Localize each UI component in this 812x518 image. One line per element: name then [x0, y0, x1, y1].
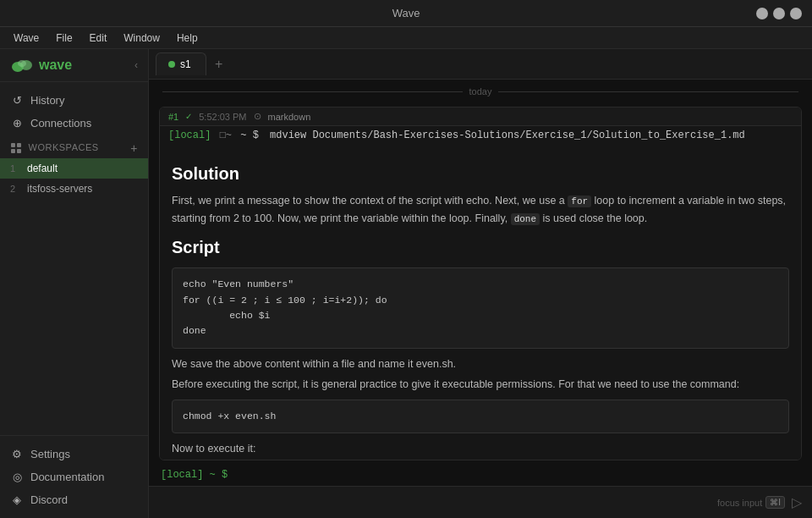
terminal-area[interactable]: today #1 ✓ 5:52:03 PM ⊙ markdown [local]… — [149, 80, 812, 486]
command-text: mdview Documents/Bash-Exercises-Solution… — [270, 130, 745, 141]
workspaces-section-header: Workspaces + — [0, 135, 148, 158]
block-icon: ⊙ — [254, 111, 261, 122]
sidebar-collapse-button[interactable]: ‹ — [134, 59, 138, 71]
tab-bar: s1 + — [149, 49, 812, 80]
code-for: for — [568, 196, 591, 207]
code-block-script: echo "Even numbers" for ((i = 2 ; i ≤ 10… — [172, 267, 789, 349]
focus-text: focus input — [717, 498, 762, 508]
send-button[interactable]: ▷ — [792, 494, 802, 510]
menu-wave[interactable]: Wave — [7, 30, 46, 46]
workspaces-label: Workspaces — [10, 142, 99, 154]
date-divider: today — [162, 80, 798, 103]
main-content: s1 + today #1 ✓ 5:52:03 PM ⊙ markdown [l… — [149, 49, 812, 518]
minimize-button[interactable] — [756, 8, 768, 19]
connections-icon: ⊕ — [10, 117, 24, 130]
md-h2-solution: Solution — [172, 160, 789, 187]
tab-s1[interactable]: s1 — [156, 52, 206, 75]
close-button[interactable] — [790, 8, 802, 19]
sidebar-item-settings[interactable]: ⚙ Settings — [0, 443, 148, 466]
sidebar-item-history-label: History — [30, 94, 64, 107]
logo-area: wave — [10, 58, 72, 73]
workspace-label-default: default — [27, 163, 58, 174]
folder-icon: □~ — [220, 130, 232, 141]
wave-logo-icon — [10, 58, 34, 73]
sidebar-bottom: ⚙ Settings ◎ Documentation ◈ Discord — [0, 435, 148, 518]
sidebar-item-history[interactable]: ↺ History — [0, 89, 148, 112]
sidebar: wave ‹ ↺ History ⊕ Connections — [0, 49, 149, 518]
svg-rect-6 — [17, 149, 21, 153]
menu-edit[interactable]: Edit — [83, 30, 114, 46]
sidebar-item-connections-label: Connections — [30, 117, 91, 130]
workspaces-grid-icon — [10, 142, 22, 154]
tab-s1-label: s1 — [180, 58, 191, 70]
menubar: Wave File Edit Window Help — [0, 27, 812, 49]
terminal-prompt: [local] ~ $ — [161, 469, 228, 481]
workspace-num-1: 1 — [10, 163, 20, 174]
command-prompt: [local] — [168, 130, 211, 141]
menu-file[interactable]: File — [49, 30, 79, 46]
sidebar-nav: ↺ History ⊕ Connections Workspaces + — [0, 82, 148, 435]
tab-add-button[interactable]: + — [206, 53, 231, 75]
block-output: Solution First, we print a message to sh… — [160, 145, 801, 460]
workspace-item-default[interactable]: 1 default — [0, 158, 148, 179]
sidebar-item-connections[interactable]: ⊕ Connections — [0, 112, 148, 135]
workspaces-add-button[interactable]: + — [130, 141, 138, 155]
sidebar-logo: wave ‹ — [0, 49, 148, 82]
input-bar: focus input ⌘I ▷ — [149, 486, 812, 518]
command-block: #1 ✓ 5:52:03 PM ⊙ markdown [local] □~ ~ … — [159, 107, 802, 460]
workspace-item-itsfoss[interactable]: 2 itsfoss-servers — [0, 179, 148, 199]
md-p4: Now to execute it: — [172, 440, 789, 457]
workspace-label-itsfoss: itsfoss-servers — [27, 183, 92, 195]
block-header: #1 ✓ 5:52:03 PM ⊙ markdown — [160, 107, 801, 126]
logo-text: wave — [39, 58, 72, 73]
command-shell: ~ $ — [240, 130, 259, 141]
menu-help[interactable]: Help — [170, 30, 205, 46]
discord-label: Discord — [30, 493, 68, 506]
block-num: #1 — [168, 112, 178, 122]
titlebar-title: Wave — [392, 7, 420, 19]
maximize-button[interactable] — [773, 8, 785, 19]
svg-rect-5 — [11, 149, 15, 153]
date-divider-text: today — [469, 86, 492, 96]
app-body: wave ‹ ↺ History ⊕ Connections — [0, 49, 812, 518]
documentation-icon: ◎ — [10, 471, 24, 483]
titlebar: Wave — [0, 0, 812, 27]
window-controls — [756, 8, 802, 19]
code-done: done — [511, 213, 540, 225]
md-p3: Before executing the script, it is gener… — [172, 376, 789, 393]
block-type: markdown — [268, 112, 311, 122]
discord-icon: ◈ — [10, 493, 24, 506]
md-p1: First, we print a message to show the co… — [172, 192, 789, 227]
terminal-prompt-line: [local] ~ $ — [149, 464, 812, 486]
sidebar-item-discord[interactable]: ◈ Discord — [0, 488, 148, 511]
history-icon: ↺ — [10, 94, 24, 107]
block-status: ✓ — [185, 112, 192, 121]
focus-hint: focus input ⌘I — [717, 496, 785, 509]
md-h2-script: Script — [172, 234, 789, 261]
code-block-chmod: chmod +x even.sh — [172, 400, 789, 433]
settings-icon: ⚙ — [10, 448, 24, 460]
tab-indicator — [168, 61, 175, 68]
workspace-num-2: 2 — [10, 184, 20, 194]
documentation-label: Documentation — [30, 471, 104, 483]
sidebar-item-documentation[interactable]: ◎ Documentation — [0, 466, 148, 488]
block-time: 5:52:03 PM — [199, 112, 246, 122]
keyboard-shortcut: ⌘I — [765, 496, 785, 509]
md-p2: We save the above content within a file … — [172, 355, 789, 372]
svg-rect-3 — [11, 143, 15, 147]
block-command: [local] □~ ~ $ mdview Documents/Bash-Exe… — [160, 126, 801, 145]
settings-label: Settings — [30, 448, 70, 460]
menu-window[interactable]: Window — [117, 30, 167, 46]
svg-point-2 — [18, 60, 26, 67]
svg-rect-4 — [17, 143, 21, 147]
